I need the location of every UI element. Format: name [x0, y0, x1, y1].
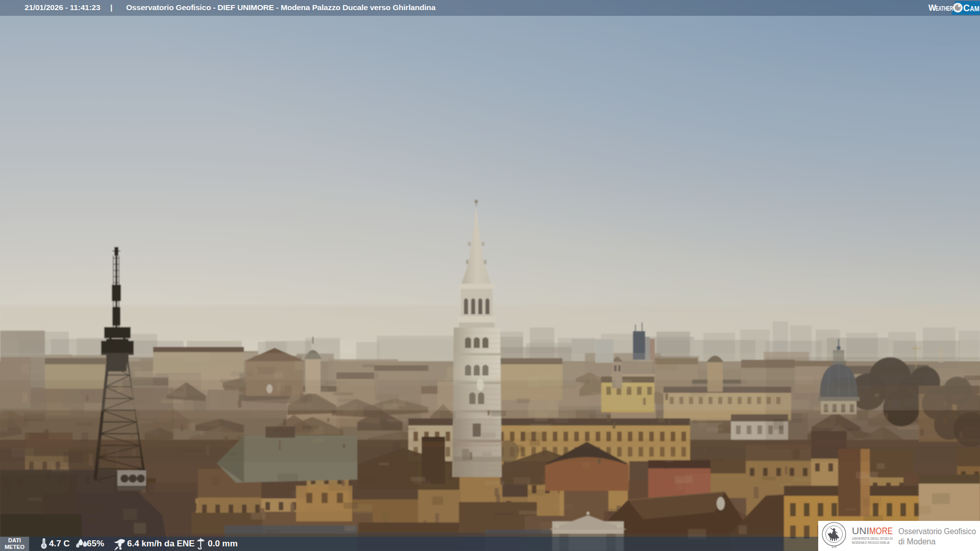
svg-text:C: C: [963, 3, 970, 13]
svg-text:MORE: MORE: [869, 525, 893, 536]
svg-text:AM: AM: [970, 5, 979, 13]
svg-text:MODENA E REGGIO EMILIA: MODENA E REGGIO EMILIA: [852, 541, 890, 544]
svg-text:Osservatorio Geofisico: Osservatorio Geofisico: [898, 527, 976, 536]
svg-text:1175: 1175: [831, 546, 837, 548]
svg-text:di Modena: di Modena: [898, 537, 936, 546]
svg-text:UNIVERSITÀ DEGLI STUDI DI: UNIVERSITÀ DEGLI STUDI DI: [852, 536, 893, 540]
svg-text:EATHER: EATHER: [936, 5, 953, 12]
svg-text:UNI: UNI: [852, 525, 869, 536]
